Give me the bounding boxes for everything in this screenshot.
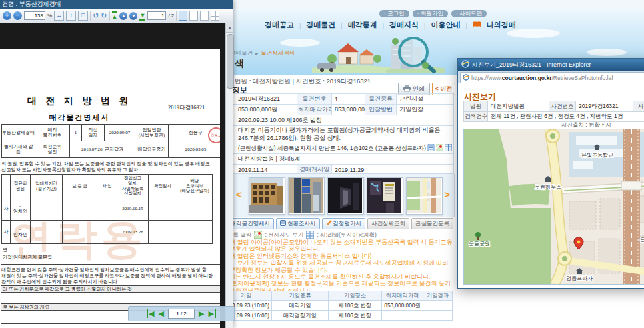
- case-cell: 2019타경16321: [576, 101, 633, 112]
- signup-link[interactable]: · 회원가입: [413, 10, 448, 17]
- table-row: 2020.09.29 (16:00) 매각결정기일 제106호 법정: [221, 311, 453, 321]
- pdf-viewer-window: 건명 : 부동산강제경매 + − 139 % ↔ ↕ □ ↺ ↻ ▲ ▲ ▼ ▼…: [0, 0, 233, 328]
- notice-line: 록 열람은 인터넷등기소와 연계한 유료서비스 입니다): [229, 253, 453, 259]
- page-nav-overlay: ◀ ◀ 1 / 2 ▶ ▶: [128, 306, 235, 321]
- favorite-item-button[interactable]: 관심물건등록: [411, 218, 453, 229]
- document-icon: [280, 220, 286, 227]
- popup-title: 사진보기_2019타경16321 - Internet Explorer: [472, 61, 591, 69]
- nav-user-guide[interactable]: 이용안내: [431, 20, 460, 30]
- nav-sale-stats[interactable]: 매각통계: [348, 20, 377, 30]
- case-number-cell: 2019타경16321: [235, 94, 297, 105]
- case-detail-button[interactable]: 사건상세조회: [367, 218, 409, 229]
- zoom-input[interactable]: 139: [24, 11, 45, 20]
- rotate-ccw-icon[interactable]: ↺: [93, 11, 99, 20]
- url-input[interactable]: https://www.courtauction.go.kr/RetrieveS…: [460, 72, 644, 83]
- nav-page-indicator[interactable]: 1 / 2: [168, 309, 195, 319]
- prev-page-button[interactable]: ▲: [119, 12, 127, 20]
- count-cell: 전체 11건 , 관련사진 6건 , 전경도 4건 , 지번약도 1건: [488, 112, 644, 122]
- popup-address-bar: https://www.courtauction.go.kr/RetrieveS…: [458, 71, 644, 83]
- login-link[interactable]: · 로그인: [379, 10, 409, 17]
- page-favicon-icon: [463, 74, 469, 82]
- doc-case-number: 2019타경16321: [168, 104, 205, 112]
- nav-auction-items[interactable]: 경매물건: [306, 20, 335, 30]
- photo-thumbnail-hallway[interactable]: [327, 177, 364, 215]
- court-dept-cell: 대전지방법원 | 경매6계: [235, 154, 454, 165]
- notice-line: 도 보기 정보는 입찰자를 위해 제공되는 참고자료로서 지도제공업체의 사정에…: [229, 259, 453, 273]
- schedule-table: 기일 기일종류 기일장소 최저매각가격 기일결과 2020.09.23 (10:…: [220, 291, 453, 321]
- last-page-button[interactable]: ▼: [139, 11, 145, 21]
- col-min-price: 최저매각가격: [382, 291, 423, 301]
- appraisal-report-button[interactable]: 감정평가서: [322, 218, 366, 229]
- grid-view-button[interactable]: [211, 11, 219, 21]
- doc-court-name: 대 전 지 방 법 원: [0, 95, 159, 107]
- rotate-cw-icon[interactable]: ↻: [101, 11, 107, 20]
- nav-last-page-icon[interactable]: ▶: [208, 309, 215, 318]
- scroll-up-arrow-icon[interactable]: ▲: [226, 23, 233, 33]
- ie-icon: [461, 59, 469, 71]
- screen: · 로그인 · 회원가입 · 사이트맵 경매공고| 경매물건| 매각통계| 경매…: [0, 0, 644, 328]
- photo-viewer-popup: 사진보기_2019타경16321 - Internet Explorer htt…: [457, 58, 644, 289]
- nav-my-auction[interactable]: 나의경매: [487, 20, 516, 30]
- pdf-document-area: 연락용 대 전 지 방 법 원 2019타경16321 매각물건명세서 부동산강…: [0, 23, 225, 328]
- zoom-in-button[interactable]: +: [3, 11, 11, 20]
- carousel-next-arrow[interactable]: >: [444, 189, 450, 200]
- item-number-label: 물건번호: [297, 94, 332, 105]
- item-kind-cell: 근린시설: [397, 94, 454, 105]
- min-price-cell: 853,000,000원: [332, 105, 365, 115]
- photo-kind-label: 사진종: [633, 101, 644, 112]
- next-page-button[interactable]: ▼: [129, 12, 137, 20]
- appraisal-cell: 853,000,000원: [235, 105, 297, 115]
- court-cell: 대전지방법원: [488, 101, 549, 112]
- status-report-button[interactable]: 현황조사서: [276, 218, 320, 229]
- page-input[interactable]: 1: [147, 11, 166, 20]
- location-map[interactable]: 은빛초등학교 로렌하우스 운들공원 명품프라자 온드: [463, 129, 644, 285]
- document-buttons: 매각물건명세서 현황조사서 감정평가서 사건상세조회 관심물건등록: [219, 218, 454, 229]
- photo-thumbnail-building[interactable]: [249, 177, 285, 215]
- fit-width-icon[interactable]: ↔: [54, 11, 64, 21]
- registry-doc-icon[interactable]: [427, 144, 435, 151]
- case-summary-line: 법원 : 대전지방법원 | 사건번호 : 2019타경16321: [235, 77, 371, 86]
- continuous-view-button[interactable]: [189, 11, 198, 21]
- fit-height-icon[interactable]: ↕: [66, 11, 76, 21]
- carousel-prev-arrow[interactable]: <: [236, 189, 242, 200]
- map-label-park: 운들공원: [469, 241, 490, 247]
- two-page-view-button[interactable]: [200, 11, 209, 21]
- seereal-icon[interactable]: [445, 144, 452, 151]
- notice-line: 에는 반드시 현장조사 등으로 물건소재를 확인하신 후 응찰하시기 바랍니다.: [229, 273, 453, 280]
- printer-icon: [403, 85, 411, 93]
- photo-thumbnail-door-notice[interactable]: [367, 177, 403, 215]
- nav-first-page-icon[interactable]: ◀: [147, 309, 154, 318]
- first-page-button[interactable]: ▲: [112, 11, 118, 21]
- banner-illustration: [312, 32, 445, 73]
- table-row: 법원 대전지방법원 사건번호 2019타경16321 사진종: [464, 101, 644, 112]
- pdf-window-titlebar[interactable]: 건명 : 부동산강제경매: [0, 0, 233, 9]
- breadcrumb: 경매물건 ▸ 물건상세검색: [230, 49, 295, 57]
- doc-header-table: 부동산강제경매 매각 물건번호 1 작성 일자 2020.09.07 담임법관 …: [1, 124, 220, 158]
- doc-tenant-table: 점유의 권원 임대차기간 (점유기간) 보 증 금 차 임 전입신고 일자. 사…: [1, 174, 213, 244]
- fit-page-icon[interactable]: □: [78, 11, 88, 21]
- photo-thumbnail-map[interactable]: [406, 177, 443, 215]
- map-label-plaza: 명품프라자: [566, 275, 593, 281]
- doc-body-line: 잔액이 매수인에게 인수되게 됨을 주의하시기 바랍니다.: [1, 279, 119, 285]
- item-note-cell: 대지권 미등기이나 평가가격에는 포함됨(상가공급계약서상 대지권의 비율은 2…: [235, 126, 454, 143]
- map-label-edge: 온드: [640, 237, 644, 243]
- photo-thumbnail-entrance[interactable]: [288, 177, 325, 215]
- single-page-view-button[interactable]: [179, 11, 187, 21]
- nav-auction-notice[interactable]: 경매공고: [265, 20, 294, 30]
- nav-auction-knowledge[interactable]: 경매지식: [389, 20, 419, 30]
- popup-titlebar[interactable]: 사진보기_2019타경16321 - Internet Explorer: [458, 59, 644, 71]
- pdf-page: 연락용 대 전 지 방 법 원 2019타경16321 매각물건명세서 부동산강…: [0, 49, 220, 328]
- pdf-toolbar: + − 139 % ↔ ↕ □ ↺ ↻ ▲ ▲ ▼ ▼ 1 / 2: [0, 9, 233, 23]
- emap-icon[interactable]: [436, 144, 443, 151]
- nav-prev-page-icon[interactable]: ◀: [159, 309, 164, 318]
- map-label-school: 은빛초등학교: [581, 152, 613, 158]
- nav-next-page-icon[interactable]: ▶: [199, 309, 204, 318]
- photo-info-table: 법원 대전지방법원 사건번호 2019타경16321 사진종 검색건수 전체 1…: [463, 101, 644, 122]
- pdf-scrollbar[interactable]: ▲: [225, 23, 233, 328]
- table-row: 검색건수 전체 11건 , 관련사진 6건 , 전경도 4건 , 지번약도 1건: [464, 112, 644, 122]
- zoom-out-button[interactable]: −: [13, 11, 22, 20]
- scrollbar-thumb[interactable]: [227, 34, 234, 89]
- map-label-house: 로렌하우스: [535, 184, 561, 190]
- sitemap-link[interactable]: · 사이트맵: [451, 10, 487, 17]
- main-nav: 경매공고| 경매물건| 매각통계| 경매지식| 이용안내| 나의경매: [265, 20, 516, 30]
